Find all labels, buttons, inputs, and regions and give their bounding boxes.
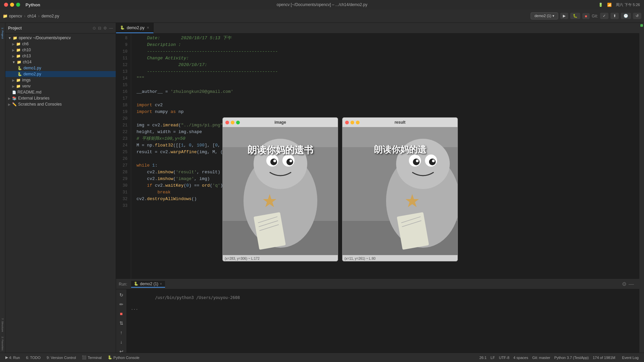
app-name: Python [25,2,40,7]
ch14-folder-icon: 📁 [17,60,21,64]
settings-icon[interactable]: ⚙ [103,26,107,31]
image-close-btn[interactable] [225,121,229,124]
side-icons: 1: Project 7: Structure 2: Favorites [0,23,5,353]
close-traffic-btn[interactable] [4,3,8,7]
min-traffic-btn[interactable] [10,3,14,7]
run-config-dropdown[interactable]: demo2 (1) ▾ [531,12,558,19]
root-label[interactable]: opencv [9,14,22,18]
line-ending: LF [491,356,495,360]
run-tab-close[interactable]: ✕ [160,282,162,286]
git-check-button[interactable]: ✓ [600,13,608,19]
imgs-expand-icon: ▶ [12,78,15,82]
imgs-label: imgs [22,78,31,82]
python-console-icon: 🐍 [108,355,112,360]
vc-btn[interactable]: 9: Version Control [44,355,78,360]
run-bottom-btn[interactable]: ▶ 4: Run [3,355,22,360]
edit-run-btn[interactable]: ✏ [118,301,124,308]
git-push-button[interactable]: ⬆ [610,13,619,19]
run-cmd: /usr/bin/python3 /Users/youyou-2608 [155,295,240,300]
image-min-btn[interactable] [231,121,234,124]
ch13-folder-icon: 📁 [16,54,21,58]
ch6-label: ch6 [22,42,29,46]
hide-panel-icon[interactable]: — [629,281,634,287]
svg-point-9 [273,160,276,162]
cursor-position: 26:1 [479,356,486,360]
tree-demo1[interactable]: 🐍 demo1.py [5,65,116,71]
run-output: /usr/bin/python3 /Users/youyou-2608 ... [127,289,639,353]
run-tab-bar: Run: 🐍 demo2 (1) ✕ ⚙ — [116,279,639,289]
tree-ch6[interactable]: ▶ 📁 ch6 [5,41,116,47]
tree-imgs[interactable]: ▶ 📁 imgs [5,77,116,83]
folder-label[interactable]: ch14 [28,14,36,18]
up-btn[interactable]: ↑ [119,329,123,336]
git-history-button[interactable]: 🕐 [621,13,631,19]
structure-side-icon[interactable]: 7: Structure [0,316,5,334]
tree-ch10[interactable]: ▶ 📁 ch10 [5,47,116,53]
max-traffic-btn[interactable] [16,3,20,7]
tree-readme[interactable]: 📄 README.md [5,89,116,95]
wrap-btn[interactable]: ↩ [118,348,124,353]
terminal-btn[interactable]: ⬛ Terminal [79,355,104,360]
ch14-expand-icon: ▼ [12,60,15,64]
terminal-label: Terminal [88,356,102,360]
tree-ch14[interactable]: ▼ 📁 ch14 [5,59,116,65]
todo-btn[interactable]: 6: TODO [23,355,43,360]
python-console-label: Python Console [113,356,140,360]
project-side-icon[interactable]: 1: Project [0,25,5,41]
tab-demo2[interactable]: 🐍 demo2.py ✕ [116,23,154,33]
bottom-bar: ▶ 4: Run 6: TODO 9: Version Control ⬛ Te… [0,353,644,362]
hide-panel-icon[interactable]: — [109,26,113,31]
tree-ch13[interactable]: ▶ 📁 ch13 [5,53,116,59]
git-rollback-button[interactable]: ↺ [633,13,641,19]
image-window[interactable]: image [222,117,338,261]
tree-root[interactable]: ▼ 📁 opencv ~/Documents/opencv [5,35,116,41]
right-gutter [639,23,644,353]
readme-label: README.md [17,90,41,95]
readme-icon: 📄 [12,90,16,94]
result-close-btn[interactable] [345,121,349,124]
stop-run-btn[interactable]: ■ [119,310,123,317]
bottom-right: 26:1 LF UTF-8 4 spaces Git: master Pytho… [479,355,641,360]
tree-scratches[interactable]: ▶ ✏️ Scratches and Consoles [5,101,116,107]
root-expand-icon: ▼ [8,36,11,40]
tab-bar: 🐍 demo2.py ✕ [116,23,639,34]
run-button[interactable]: ▶ [560,13,568,19]
panel-title: Project [8,26,91,31]
file-label[interactable]: demo2.py [42,14,59,18]
run-tab-demo2[interactable]: 🐍 demo2 (1) ✕ [131,281,165,288]
ch13-label: ch13 [22,54,31,58]
git-branch[interactable]: Git: master [532,356,550,360]
result-window[interactable]: result 朗读你妈的遗 [342,117,458,261]
svg-point-25 [432,160,435,162]
project-breadcrumb: 📁 opencv › ch14 › demo2.py [3,14,59,18]
event-log-btn[interactable]: Event Log [619,355,641,360]
favorites-side-icon[interactable]: 2: Favorites [0,335,5,353]
python-console-btn[interactable]: 🐍 Python Console [105,355,142,360]
toolbar-right: demo2 (1) ▾ ▶ 🐛 ■ Git: ✓ ⬆ 🕐 ↺ [531,12,641,19]
image-window-title: image [274,120,286,125]
settings-icon[interactable]: ⚙ [622,281,627,287]
image-traffic [225,121,240,124]
result-min-btn[interactable] [351,121,354,124]
debug-button[interactable]: 🐛 [570,13,580,19]
scratches-label: Scratches and Consoles [18,102,62,107]
result-titlebar: result [342,118,458,127]
todo-label: 6: TODO [26,356,41,360]
rerun-btn[interactable]: ↻ [118,291,124,299]
collapse-icon[interactable]: ⊟ [98,26,101,31]
run-expand[interactable]: ... [131,305,635,311]
right-gutter-indicator [640,24,643,27]
locate-file-icon[interactable]: ⊙ [93,26,96,31]
stop-button[interactable]: ■ [582,13,590,19]
panel-header-icons: ⊙ ⊟ ⚙ — [93,26,113,31]
tab-close-btn[interactable]: ✕ [147,26,149,29]
scratches-icon: ✏️ [12,102,17,107]
tree-venv[interactable]: ▶ 📁 venv [5,83,116,89]
image-status: (x=283, y=306) ~ L:172 [223,255,338,261]
tree-demo2[interactable]: 🐍 demo2.py [5,71,116,77]
result-window-title: result [394,120,406,125]
sort-btn[interactable]: ⇅ [118,319,124,327]
image-overlay-text: 朗读你妈的遗书 [248,144,313,157]
tree-external-libs[interactable]: ▶ 📚 External Libraries [5,95,116,101]
down-btn[interactable]: ↓ [119,338,123,346]
